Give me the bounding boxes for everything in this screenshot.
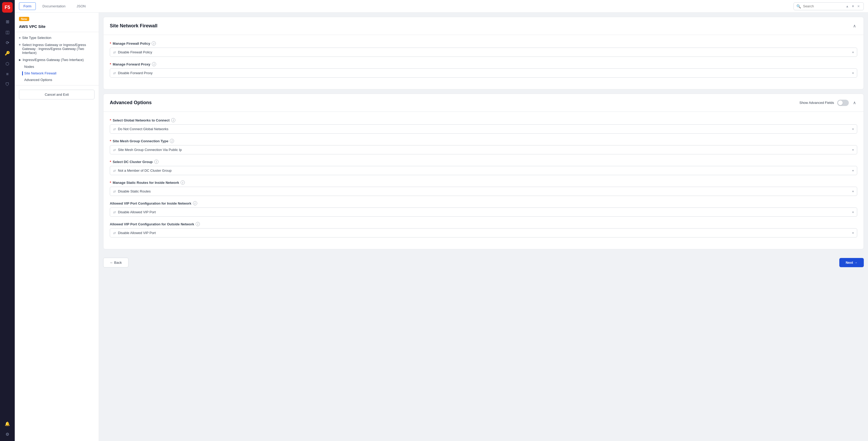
section-title-advanced: Advanced Options	[110, 100, 152, 105]
required-star: *	[110, 118, 111, 122]
next-button[interactable]: Next →	[839, 258, 864, 267]
tree-sub-item-nodes[interactable]: Nodes	[15, 63, 99, 70]
label-text: Allowed VIP Port Configuration for Outsi…	[110, 222, 194, 226]
field-label-global-networks: * Select Global Networks to Connect i	[110, 118, 857, 122]
info-icon-global-networks[interactable]: i	[171, 118, 175, 122]
field-label-dc-cluster: * Select DC Cluster Group i	[110, 160, 857, 164]
arrow-icon: ▶	[19, 58, 21, 61]
field-group-manage-forward-proxy: * Manage Forward Proxy i ⇄ Disable Forwa…	[110, 62, 857, 77]
field-label-static-routes: * Manage Static Routes for Inside Networ…	[110, 180, 857, 184]
nav-icon-security[interactable]: 🔑	[2, 48, 13, 58]
select-icon: ⇄	[113, 210, 116, 214]
nav-icon-alerts[interactable]: 🔔	[2, 419, 13, 429]
cancel-exit-button[interactable]: Cancel and Exit	[19, 90, 94, 99]
nav-icon-sites[interactable]: ⬡	[2, 59, 13, 68]
nav-icon-overview[interactable]: ◫	[2, 27, 13, 37]
section-collapse-advanced[interactable]: ∧	[852, 99, 857, 106]
tree-item-ingress-select[interactable]: Select Ingress Gateway or Ingress/Egress…	[15, 41, 99, 56]
form-nav-tree: Site Type Selection Select Ingress Gatew…	[15, 32, 99, 85]
search-input[interactable]	[803, 4, 842, 8]
tree-sub-label: Advanced Options	[24, 78, 52, 82]
select-static-routes[interactable]: ⇄ Disable Static Routes ▾	[110, 187, 857, 196]
bottom-action-area: ← Back Next →	[99, 253, 868, 272]
tree-item-ingress-egress[interactable]: ▶ Ingress/Egress Gateway (Two Interface)	[15, 56, 99, 63]
content-split: New AWS VPC Site Site Type Selection Sel…	[15, 12, 868, 441]
field-label-vip-outside: Allowed VIP Port Configuration for Outsi…	[110, 222, 857, 226]
select-left: ⇄ Disable Forward Proxy	[113, 71, 153, 75]
select-left: ⇄ Not a Member of DC Cluster Group	[113, 169, 172, 172]
tab-form[interactable]: Form	[19, 2, 36, 10]
info-icon-forward-proxy[interactable]: i	[152, 62, 156, 66]
label-text: Manage Static Routes for Inside Network	[113, 181, 179, 184]
tab-documentation[interactable]: Documentation	[38, 2, 70, 10]
select-icon: ⇄	[113, 127, 116, 131]
search-up-btn[interactable]: ▲	[844, 4, 850, 9]
tree-sub-label: Site Network Firewall	[24, 71, 56, 75]
tree-item-site-type[interactable]: Site Type Selection	[15, 34, 99, 41]
label-text: Select DC Cluster Group	[113, 160, 153, 164]
select-dc-cluster[interactable]: ⇄ Not a Member of DC Cluster Group ▾	[110, 166, 857, 175]
show-advanced-label: Show Advanced Fields	[799, 101, 834, 105]
info-icon-vip-inside[interactable]: i	[193, 201, 197, 205]
chevron-down-icon: ▾	[852, 148, 854, 152]
top-bar: Form Documentation JSON 🔍 ▲ ▼ ✕	[15, 0, 868, 12]
field-label-manage-firewall-policy: * Manage Firewall Policy i	[110, 41, 857, 45]
select-value: Disable Forward Proxy	[118, 71, 153, 75]
select-global-networks[interactable]: ⇄ Do Not Connect Global Networks ▾	[110, 124, 857, 134]
nav-icon-services[interactable]: ⚙	[2, 430, 13, 439]
select-manage-forward-proxy[interactable]: ⇄ Disable Forward Proxy ▾	[110, 68, 857, 77]
tree-item-label: Ingress/Egress Gateway (Two Interface)	[23, 58, 84, 62]
section-collapse-firewall[interactable]: ∧	[852, 22, 857, 29]
section-title-firewall: Site Network Firewall	[110, 23, 157, 29]
label-text: Manage Firewall Policy	[113, 41, 150, 45]
nav-icon-manage[interactable]: ≡	[2, 69, 13, 79]
required-star: *	[110, 139, 111, 143]
chevron-down-icon: ▾	[852, 71, 854, 75]
show-advanced-toggle[interactable]	[837, 100, 849, 106]
field-label-vip-inside: Allowed VIP Port Configuration for Insid…	[110, 201, 857, 205]
tree-sub-item-site-network-firewall[interactable]: Site Network Firewall	[15, 70, 99, 76]
required-star: *	[110, 181, 111, 184]
field-label-manage-forward-proxy: * Manage Forward Proxy i	[110, 62, 857, 66]
nav-icon-network[interactable]: ⟳	[2, 38, 13, 47]
info-icon-site-mesh[interactable]: i	[170, 139, 174, 143]
search-down-btn[interactable]: ▼	[850, 4, 856, 9]
badge-new: New	[19, 17, 29, 21]
info-icon-vip-outside[interactable]: i	[196, 222, 200, 226]
info-icon-firewall-policy[interactable]: i	[152, 41, 156, 45]
select-site-mesh[interactable]: ⇄ Site Mesh Group Connection Via Public …	[110, 145, 857, 155]
info-icon-dc-cluster[interactable]: i	[154, 160, 158, 164]
select-left: ⇄ Do Not Connect Global Networks	[113, 127, 168, 131]
field-group-global-networks: * Select Global Networks to Connect i ⇄ …	[110, 118, 857, 134]
search-icon: 🔍	[796, 4, 801, 8]
tab-json[interactable]: JSON	[72, 2, 90, 10]
field-label-site-mesh: * Site Mesh Group Connection Type i	[110, 139, 857, 143]
section-body-advanced: * Select Global Networks to Connect i ⇄ …	[103, 112, 864, 249]
nav-icon-firewall[interactable]: ⛉	[2, 80, 13, 90]
toggle-knob	[838, 100, 843, 105]
chevron-down-icon: ▾	[852, 210, 854, 214]
search-close-btn[interactable]: ✕	[856, 4, 861, 9]
section-body-firewall: * Manage Firewall Policy i ⇄ Disable Fir…	[103, 35, 864, 89]
select-value: Disable Firewall Policy	[118, 50, 152, 54]
label-text: Site Mesh Group Connection Type	[113, 139, 168, 143]
form-sidebar-title: AWS VPC Site	[15, 24, 99, 32]
chevron-down-icon: ▾	[852, 50, 854, 54]
dot-icon	[19, 44, 21, 45]
field-group-vip-outside: Allowed VIP Port Configuration for Outsi…	[110, 222, 857, 237]
select-manage-firewall-policy[interactable]: ⇄ Disable Firewall Policy ▾	[110, 47, 857, 57]
nav-icon-grid[interactable]: ⊞	[2, 17, 13, 26]
back-button[interactable]: ← Back	[103, 258, 128, 267]
advanced-header-right: Show Advanced Fields ∧	[799, 99, 857, 106]
tree-sub-item-advanced-options[interactable]: Advanced Options	[15, 76, 99, 83]
select-vip-outside[interactable]: ⇄ Disable Allowed VIP Port ▾	[110, 228, 857, 237]
info-icon-static-routes[interactable]: i	[181, 180, 185, 184]
select-value: Do Not Connect Global Networks	[118, 127, 168, 131]
field-group-vip-inside: Allowed VIP Port Configuration for Insid…	[110, 201, 857, 217]
search-box: 🔍 ▲ ▼ ✕	[794, 2, 864, 10]
tree-item-label: Select Ingress Gateway or Ingress/Egress…	[22, 43, 94, 55]
form-sidebar: New AWS VPC Site Site Type Selection Sel…	[15, 12, 99, 441]
chevron-down-icon: ▾	[852, 127, 854, 131]
select-vip-inside[interactable]: ⇄ Disable Allowed VIP Port ▾	[110, 207, 857, 217]
select-value: Disable Static Routes	[118, 189, 151, 193]
